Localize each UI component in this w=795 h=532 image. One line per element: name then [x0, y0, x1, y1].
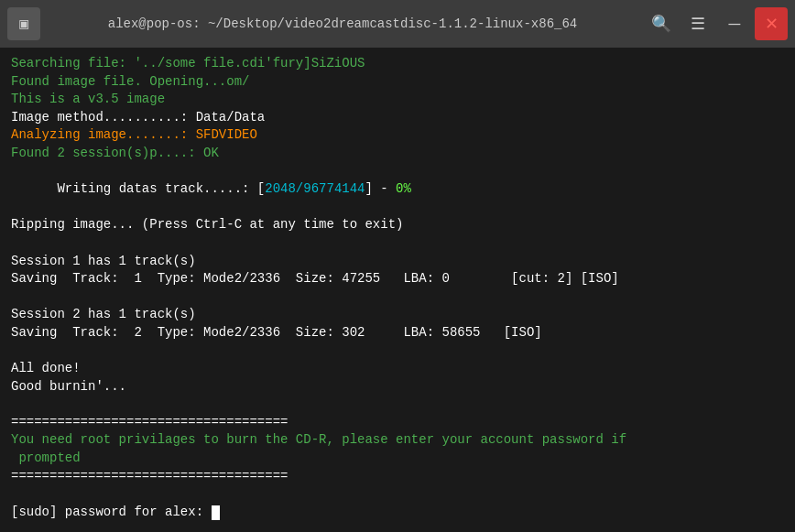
- terminal-line: ====================================: [11, 414, 784, 432]
- search-button[interactable]: 🔍: [645, 7, 678, 40]
- titlebar: ▣ alex@pop-os: ~/Desktop/video2dreamcast…: [0, 0, 795, 48]
- terminal-line: All done!: [11, 360, 784, 378]
- terminal-line: [11, 396, 784, 414]
- terminal-line: Analyzing image.......: SFDVIDEO: [11, 126, 784, 145]
- terminal-window: ▣ alex@pop-os: ~/Desktop/video2dreamcast…: [0, 0, 795, 532]
- terminal-line: Session 1 has 1 track(s): [11, 253, 784, 271]
- terminal-line: Session 2 has 1 track(s): [11, 306, 784, 324]
- titlebar-left: ▣: [7, 7, 40, 40]
- terminal-line: Saving Track: 1 Type: Mode2/2336 Size: 4…: [11, 270, 784, 288]
- terminal-line: prompted: [11, 450, 784, 468]
- minimize-button[interactable]: ─: [718, 7, 751, 40]
- terminal-line: Ripping image... (Press Ctrl-C at any ti…: [11, 216, 784, 234]
- app-icon: ▣: [7, 7, 40, 40]
- terminal-line: Found 2 session(s)p....: OK: [11, 145, 784, 163]
- terminal-line: [11, 342, 784, 361]
- close-button[interactable]: ✕: [755, 7, 788, 40]
- terminal-line: Searching file: '../some file.cdi'fury]S…: [11, 55, 784, 73]
- terminal-line: [11, 485, 784, 504]
- terminal-line: Found image file. Opening...om/: [11, 73, 784, 92]
- terminal-line: [11, 288, 784, 307]
- sudo-prompt-line: [sudo] password for alex:: [11, 504, 784, 522]
- terminal-line: This is a v3.5 image: [11, 91, 784, 109]
- window-title: alex@pop-os: ~/Desktop/video2dreamcastdi…: [40, 16, 645, 31]
- terminal-line: Saving Track: 2 Type: Mode2/2336 Size: 3…: [11, 324, 784, 342]
- cursor: [212, 505, 220, 520]
- terminal-output[interactable]: Searching file: '../some file.cdi'fury]S…: [0, 48, 795, 532]
- terminal-line: Image method..........: Data/Data: [11, 109, 784, 127]
- root-warning-line: You need root privilages to burn the CD-…: [11, 431, 784, 450]
- progress-line: Writing datas track.....: [2048/96774144…: [11, 163, 784, 217]
- terminal-line: ====================================: [11, 468, 784, 486]
- titlebar-controls: 🔍 ☰ ─ ✕: [645, 7, 788, 40]
- terminal-line: Good burnin'...: [11, 378, 784, 396]
- menu-button[interactable]: ☰: [681, 7, 714, 40]
- terminal-line: [11, 234, 784, 253]
